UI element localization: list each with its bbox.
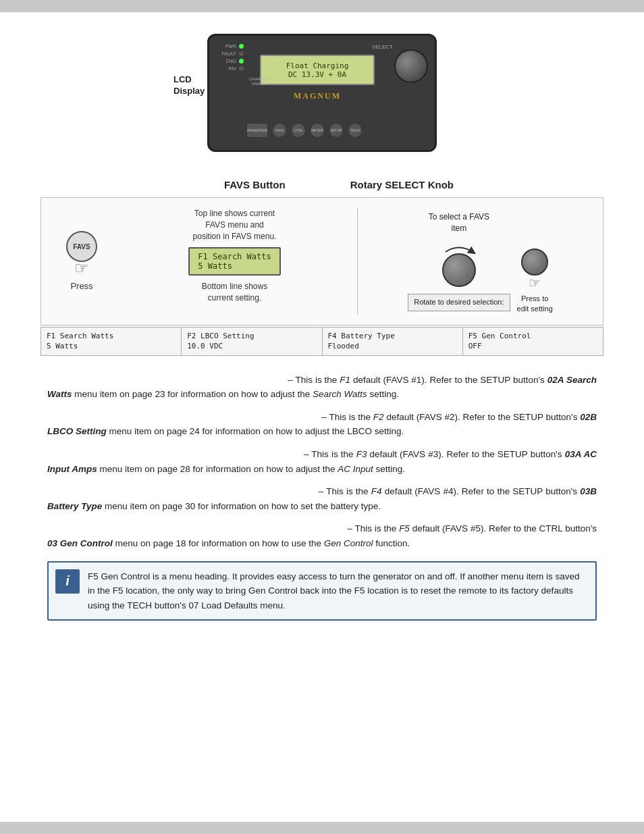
para-f2: – This is the F2 default (FAVS #2). Refe… bbox=[47, 410, 597, 439]
para-f3: – This is the F3 default (FAVS #3). Refe… bbox=[47, 447, 597, 476]
inst-middle: Top line shows current FAVS menu and pos… bbox=[122, 208, 358, 315]
to-select-label: To select a FAVS item bbox=[429, 211, 490, 234]
led-fault: FAULT bbox=[217, 51, 244, 56]
favs-item-f4: F4 Battery Type Flooded bbox=[323, 328, 463, 355]
rotary-knob-label: Rotary SELECT Knob bbox=[350, 179, 454, 190]
para-f4: – This is the F4 default (FAVS #4). Refe… bbox=[47, 484, 597, 513]
led-chg: CHG bbox=[217, 59, 244, 63]
favs-button-label: FAVS Button bbox=[224, 179, 286, 190]
instruction-diagram: FAVS ☞ Press Top line shows current FAVS… bbox=[41, 197, 603, 325]
favs-items-row: F1 Search Watts 5 Watts F2 LBCO Setting … bbox=[41, 327, 603, 356]
led-pwr: PWR bbox=[217, 44, 244, 49]
favs-f4-line2: Flooded bbox=[328, 341, 457, 351]
lcd-line1: Float Charging bbox=[286, 61, 349, 70]
inst-display-box: F1 Search Watts 5 Watts bbox=[188, 247, 280, 276]
led-column: PWR FAULT CHG INV bbox=[217, 44, 244, 71]
device-container: LCD Display PWR FAULT bbox=[173, 34, 471, 169]
inst-press-section: ☞ Press to edit setting bbox=[517, 249, 553, 315]
led-chg-dot bbox=[239, 59, 244, 63]
diagram-section: LCD Display PWR FAULT bbox=[41, 34, 603, 190]
lcd-screen: Float Charging DC 13.3V + 0A bbox=[260, 55, 375, 85]
para-f1: – This is the F1 default (FAVS #1). Refe… bbox=[47, 373, 597, 402]
inst-display-line1: F1 Search Watts bbox=[198, 252, 271, 261]
text-section: – This is the F1 default (FAVS #1). Refe… bbox=[41, 373, 603, 621]
hand-press-icon: ☞ bbox=[74, 259, 89, 278]
device-buttons-row: INVERTER FAVS CTRL METER SETUP bbox=[246, 123, 363, 138]
setup-button-device[interactable]: SETUP bbox=[329, 123, 344, 138]
favs-button-device[interactable]: FAVS bbox=[272, 123, 287, 138]
inst-bottom-line-text: Bottom line shows current setting. bbox=[202, 281, 267, 304]
press-label: Press bbox=[70, 281, 92, 291]
select-label: SELECT bbox=[372, 44, 393, 50]
inst-rotate-section: To select a FAVS item bbox=[408, 211, 510, 311]
info-box-text: F5 Gen Control is a menu heading. It pro… bbox=[88, 569, 589, 613]
bottom-bar bbox=[0, 822, 644, 834]
charger-label: CHARGER ON/OFF bbox=[246, 76, 272, 86]
info-box: i F5 Gen Control is a menu heading. It p… bbox=[47, 561, 597, 621]
favs-f1-line1: F1 Search Watts bbox=[47, 331, 176, 341]
rotate-knob-diagram[interactable] bbox=[442, 253, 476, 287]
inverter-button[interactable]: INVERTER bbox=[246, 123, 268, 138]
magnum-logo-svg: MAGNUM bbox=[290, 89, 365, 101]
ctrl-button-device[interactable]: CTRL bbox=[291, 123, 306, 138]
rotate-label: Rotate to desired selection: bbox=[408, 294, 510, 311]
tech-button-device[interactable]: TECH bbox=[348, 123, 363, 138]
press-to-edit-label: Press to edit setting bbox=[517, 294, 553, 315]
favs-item-f2: F2 LBCO Setting 10.0 VDC bbox=[182, 328, 322, 355]
meter-button-device[interactable]: METER bbox=[310, 123, 325, 138]
inst-display-line2: 5 Watts bbox=[198, 261, 271, 271]
favs-f5-line2: OFF bbox=[468, 341, 597, 351]
favs-button-diagram: FAVS bbox=[66, 231, 97, 262]
device-bottom-labels: FAVS Button Rotary SELECT Knob bbox=[224, 179, 454, 190]
top-bar bbox=[0, 0, 644, 12]
device-logo: MAGNUM bbox=[290, 88, 365, 102]
info-icon: i bbox=[55, 569, 80, 594]
device-body: PWR FAULT CHG INV bbox=[207, 34, 437, 152]
led-inv: INV bbox=[217, 66, 244, 71]
para-f5: – This is the F5 default (FAVS #5). Refe… bbox=[47, 521, 597, 550]
led-inv-dot bbox=[239, 66, 244, 71]
lcd-line2: DC 13.3V + 0A bbox=[288, 70, 346, 79]
select-knob-device bbox=[392, 49, 429, 137]
hand-press-knob-icon: ☞ bbox=[529, 275, 541, 291]
favs-f1-line2: 5 Watts bbox=[47, 341, 176, 351]
led-pwr-dot bbox=[239, 44, 244, 49]
favs-item-f1: F1 Search Watts 5 Watts bbox=[41, 328, 182, 355]
svg-text:MAGNUM: MAGNUM bbox=[294, 91, 341, 101]
led-fault-dot bbox=[239, 51, 244, 56]
favs-item-f5: F5 Gen Control OFF bbox=[463, 328, 603, 355]
favs-f2-line1: F2 LBCO Setting bbox=[187, 331, 316, 341]
favs-f2-line2: 10.0 VDC bbox=[187, 341, 316, 351]
favs-f5-line1: F5 Gen Control bbox=[468, 331, 597, 341]
inst-left: FAVS ☞ Press bbox=[51, 208, 112, 315]
lcd-display-text: LCD Display bbox=[173, 74, 205, 97]
inst-right: To select a FAVS item bbox=[368, 208, 593, 315]
inst-top-line-text: Top line shows current FAVS menu and pos… bbox=[193, 208, 277, 242]
favs-f4-line1: F4 Battery Type bbox=[328, 331, 457, 341]
press-knob-diagram[interactable] bbox=[521, 249, 548, 276]
knob-circle[interactable] bbox=[394, 49, 428, 83]
